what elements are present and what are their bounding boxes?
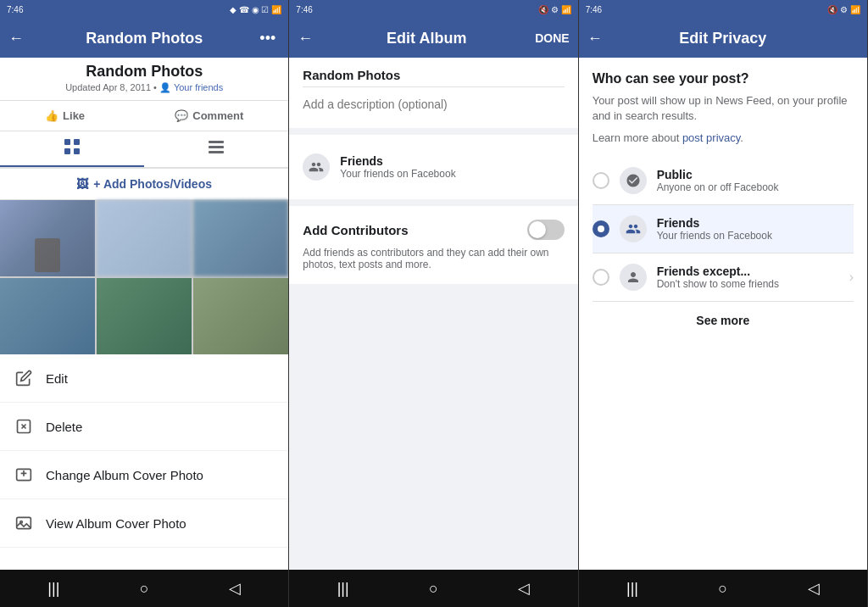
nav-bar-1: ||| ○ ◁ (0, 570, 288, 607)
comment-icon: 💬 (175, 109, 188, 122)
more-button-1[interactable]: ••• (259, 30, 280, 47)
album-title: Random Photos (10, 63, 278, 81)
status-bar-1: 7:46 ◆ ☎ ◉ ☑ 📶 (0, 0, 288, 19)
top-bar-3: ← Edit Privacy (579, 19, 867, 58)
contributors-title: Add Contributors (303, 223, 408, 237)
photo-cell-1[interactable] (0, 200, 95, 276)
nav-back-1[interactable]: ◁ (222, 579, 248, 598)
nav-home-1[interactable]: ○ (131, 580, 157, 598)
option-friends-except[interactable]: Friends except... Don't show to some fri… (593, 253, 854, 302)
like-icon: 👍 (45, 109, 58, 122)
toggle-knob (529, 221, 546, 238)
public-info: Public Anyone on or off Facebook (657, 168, 854, 193)
back-button-2[interactable]: ← (298, 30, 318, 47)
post-privacy-link[interactable]: post privacy (682, 131, 740, 144)
edit-privacy-title: Edit Privacy (608, 30, 838, 47)
add-photos-icon: 🖼 (76, 177, 88, 191)
tab-list[interactable] (144, 131, 288, 167)
done-button[interactable]: DONE (535, 31, 569, 45)
menu-item-view-cover[interactable]: View Album Cover Photo (0, 499, 288, 548)
album-actions: 👍 Like 💬 Comment (0, 101, 288, 131)
menu-item-delete[interactable]: Delete (0, 403, 288, 451)
radio-public (593, 172, 609, 189)
add-photos-button[interactable]: 🖼 + Add Photos/Videos (0, 169, 288, 200)
album-name-input[interactable] (303, 68, 564, 82)
svg-rect-1 (74, 139, 80, 145)
album-meta: Updated Apr 8, 2011 • 👤 Your friends (10, 82, 278, 93)
friends-except-arrow: › (849, 270, 854, 285)
svg-rect-5 (209, 146, 224, 148)
edit-icon (14, 368, 34, 388)
menu-item-change-cover[interactable]: Change Album Cover Photo (0, 451, 288, 499)
see-more-button[interactable]: See more (593, 302, 854, 339)
time-2: 7:46 (296, 5, 312, 14)
photo-cell-6[interactable] (193, 278, 288, 354)
delete-icon (14, 416, 34, 437)
option-public[interactable]: Public Anyone on or off Facebook (593, 157, 854, 205)
contributors-header: Add Contributors (303, 220, 564, 240)
delete-label: Delete (46, 420, 82, 434)
status-bar-2: 7:46 🔇 ⚙ 📶 (289, 0, 577, 19)
description-input[interactable] (303, 91, 564, 118)
contributors-desc: Add friends as contributors and they can… (303, 247, 564, 270)
option-friends[interactable]: Friends Your friends on Facebook (593, 205, 854, 253)
status-icons-1: ◆ ☎ ◉ ☑ 📶 (230, 5, 281, 14)
privacy-learn-more: Learn more about post privacy. (593, 131, 854, 146)
nav-menu-2[interactable]: ||| (331, 580, 356, 598)
edit-label: Edit (46, 371, 68, 386)
view-cover-icon (14, 513, 34, 533)
back-button-1[interactable]: ← (8, 30, 29, 47)
radio-friends (593, 220, 609, 237)
public-icon (620, 167, 647, 194)
privacy-info: Friends Your friends on Facebook (340, 154, 564, 180)
learn-more-text: Learn more about (593, 131, 682, 144)
privacy-label: Friends (340, 154, 564, 168)
change-cover-icon (14, 465, 34, 485)
nav-back-2[interactable]: ◁ (511, 579, 537, 598)
comment-label: Comment (192, 109, 243, 122)
view-tabs (0, 131, 288, 169)
radio-friends-except (593, 269, 609, 286)
svg-rect-6 (209, 151, 224, 153)
photo-grid (0, 200, 288, 354)
back-button-3[interactable]: ← (587, 30, 608, 47)
status-icons-2: 🔇 ⚙ 📶 (538, 5, 571, 14)
nav-home-2[interactable]: ○ (420, 580, 446, 598)
album-page-title: Random Photos (29, 30, 259, 47)
panel-edit-privacy: 7:46 🔇 ⚙ 📶 ← Edit Privacy Who can see yo… (579, 0, 868, 607)
comment-button[interactable]: 💬 Comment (158, 106, 260, 125)
nav-bar-3: ||| ○ ◁ (579, 570, 867, 607)
photo-cell-4[interactable] (0, 278, 95, 354)
nav-home-3[interactable]: ○ (710, 580, 736, 598)
nav-menu-1[interactable]: ||| (41, 580, 66, 598)
svg-rect-0 (64, 139, 70, 145)
time-3: 7:46 (586, 5, 602, 14)
menu-item-edit[interactable]: Edit (0, 354, 288, 403)
photo-cell-5[interactable] (97, 278, 192, 354)
privacy-sub: Your friends on Facebook (340, 168, 564, 180)
privacy-options: Public Anyone on or off Facebook Friends… (593, 157, 854, 302)
privacy-content: Who can see your post? Your post will sh… (579, 58, 867, 570)
friends-icon (620, 215, 647, 242)
privacy-row[interactable]: Friends Your friends on Facebook (303, 145, 564, 189)
svg-rect-2 (64, 148, 70, 154)
friends-except-info: Friends except... Don't show to some fri… (657, 265, 839, 290)
friends-except-icon (620, 264, 647, 291)
like-button[interactable]: 👍 Like (28, 106, 102, 125)
tab-grid[interactable] (0, 131, 144, 167)
friends-except-sub: Don't show to some friends (657, 278, 839, 290)
album-name-section (289, 58, 577, 128)
privacy-section: Friends Your friends on Facebook (289, 135, 577, 199)
contributors-toggle[interactable] (527, 220, 565, 240)
add-photos-label: + Add Photos/Videos (93, 177, 212, 191)
photo-cell-3[interactable] (193, 200, 288, 276)
nav-back-3[interactable]: ◁ (801, 579, 826, 598)
panel-album: 7:46 ◆ ☎ ◉ ☑ 📶 ← Random Photos ••• Rando… (0, 0, 289, 607)
friends-info: Friends Your friends on Facebook (657, 216, 854, 242)
status-bar-3: 7:46 🔇 ⚙ 📶 (579, 0, 867, 19)
like-label: Like (63, 109, 85, 122)
photo-cell-2[interactable] (97, 200, 192, 276)
public-sub: Anyone on or off Facebook (657, 181, 854, 193)
menu-list: Edit Delete Change Album Cover Photo Vie… (0, 354, 288, 570)
nav-menu-3[interactable]: ||| (620, 580, 645, 598)
